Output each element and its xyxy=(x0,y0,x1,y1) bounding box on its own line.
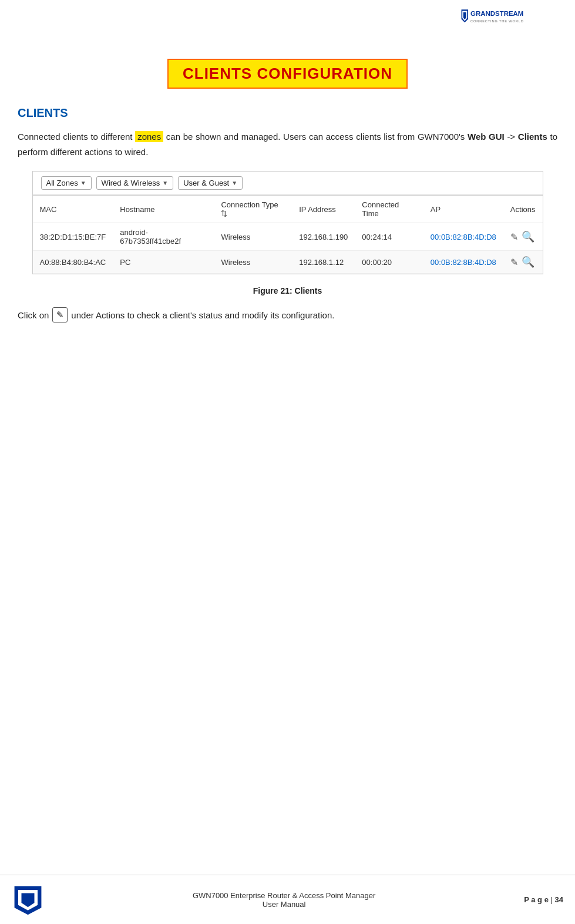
cell-hostname: android-67b7353ff41cbe2f xyxy=(113,223,214,251)
edit-action-icon[interactable]: ✎ xyxy=(510,257,518,268)
web-gui-bold: Web GUI xyxy=(468,132,505,142)
col-ap: AP xyxy=(423,196,503,223)
cell-ap-link[interactable]: 00:0B:82:8B:4D:D8 xyxy=(431,258,496,267)
intro-paragraph: Connected clients to different zones can… xyxy=(18,129,557,159)
table-header-row: MAC Hostname Connection Type ⇅ IP Addres… xyxy=(33,196,543,223)
section-heading: CLIENTS xyxy=(18,106,557,120)
click-instruction: Click on ✎ under Actions to check a clie… xyxy=(18,307,557,322)
col-ip: IP Address xyxy=(292,196,355,223)
search-action-icon[interactable]: 🔍 xyxy=(522,256,534,268)
page-title: CLIENTS CONFIGURATION xyxy=(167,59,408,89)
cell-connected-time: 00:24:14 xyxy=(355,223,423,251)
col-hostname: Hostname xyxy=(113,196,214,223)
wired-wireless-label: Wired & Wireless xyxy=(102,179,160,187)
col-connected-time: Connected Time xyxy=(355,196,423,223)
cell-ap: 00:0B:82:8B:4D:D8 xyxy=(423,223,503,251)
all-zones-label: All Zones xyxy=(46,179,78,187)
click-post: under Actions to check a client's status… xyxy=(71,310,334,320)
clients-table: MAC Hostname Connection Type ⇅ IP Addres… xyxy=(33,195,543,274)
all-zones-arrow: ▼ xyxy=(80,180,86,186)
cell-ip: 192.168.1.12 xyxy=(292,251,355,274)
svg-text:CONNECTING THE WORLD: CONNECTING THE WORLD xyxy=(470,19,524,23)
cell-mac: A0:88:B4:80:B4:AC xyxy=(33,251,113,274)
page-number: 34 xyxy=(555,895,563,904)
grandstream-logo: GRANDSTREAM CONNECTING THE WORLD xyxy=(458,6,563,32)
cell-connection-type: Wireless xyxy=(214,251,292,274)
wired-wireless-arrow: ▼ xyxy=(162,180,168,186)
figure-caption: Figure 21: Clients xyxy=(18,286,557,295)
footer-logo xyxy=(12,883,44,916)
clients-bold: Clients xyxy=(518,132,547,142)
user-guest-label: User & Guest xyxy=(183,179,229,187)
footer-doc-title: GWN7000 Enterprise Router & Access Point… xyxy=(44,891,524,900)
all-zones-dropdown[interactable]: All Zones ▼ xyxy=(41,176,92,190)
cell-ip: 192.168.1.190 xyxy=(292,223,355,251)
search-action-icon[interactable]: 🔍 xyxy=(522,230,534,243)
table-row: 38:2D:D1:15:BE:7Fandroid-67b7353ff41cbe2… xyxy=(33,223,543,251)
page-label: P a g e xyxy=(524,895,549,904)
action-icons: ✎ 🔍 xyxy=(510,230,536,243)
footer: GWN7000 Enterprise Router & Access Point… xyxy=(0,875,575,924)
click-pre: Click on xyxy=(18,310,49,320)
cell-connected-time: 00:00:20 xyxy=(355,251,423,274)
cell-connection-type: Wireless xyxy=(214,223,292,251)
clients-screenshot: All Zones ▼ Wired & Wireless ▼ User & Gu… xyxy=(32,171,543,274)
user-guest-dropdown[interactable]: User & Guest ▼ xyxy=(178,176,243,190)
cell-actions: ✎ 🔍 xyxy=(503,251,543,274)
footer-doc-subtitle: User Manual xyxy=(44,900,524,909)
cell-ap: 00:0B:82:8B:4D:D8 xyxy=(423,251,503,274)
filter-bar: All Zones ▼ Wired & Wireless ▼ User & Gu… xyxy=(33,172,543,195)
wired-wireless-dropdown[interactable]: Wired & Wireless ▼ xyxy=(96,176,174,190)
col-actions: Actions xyxy=(503,196,543,223)
main-content: CLIENTS CONFIGURATION CLIENTS Connected … xyxy=(0,0,575,381)
cell-hostname: PC xyxy=(113,251,214,274)
edit-action-icon[interactable]: ✎ xyxy=(510,231,518,243)
body-text-1: Connected clients to different xyxy=(18,132,135,142)
col-connection-type[interactable]: Connection Type ⇅ xyxy=(214,196,292,223)
edit-icon: ✎ xyxy=(52,307,68,322)
cell-mac: 38:2D:D1:15:BE:7F xyxy=(33,223,113,251)
cell-actions: ✎ 🔍 xyxy=(503,223,543,251)
svg-text:GRANDSTREAM: GRANDSTREAM xyxy=(470,10,523,17)
footer-page: P a g e | 34 xyxy=(524,895,563,904)
action-icons: ✎ 🔍 xyxy=(510,256,536,268)
table-row: A0:88:B4:80:B4:ACPCWireless192.168.1.120… xyxy=(33,251,543,274)
zones-highlight: zones xyxy=(135,131,163,142)
logo-area: GRANDSTREAM CONNECTING THE WORLD xyxy=(458,6,563,32)
footer-center: GWN7000 Enterprise Router & Access Point… xyxy=(44,891,524,909)
cell-ap-link[interactable]: 00:0B:82:8B:4D:D8 xyxy=(431,233,496,241)
user-guest-arrow: ▼ xyxy=(231,180,237,186)
col-mac: MAC xyxy=(33,196,113,223)
page-title-wrapper: CLIENTS CONFIGURATION xyxy=(18,59,557,89)
body-text-2: can be shown and managed. Users can acce… xyxy=(163,132,468,142)
body-text-3: -> xyxy=(505,132,518,142)
